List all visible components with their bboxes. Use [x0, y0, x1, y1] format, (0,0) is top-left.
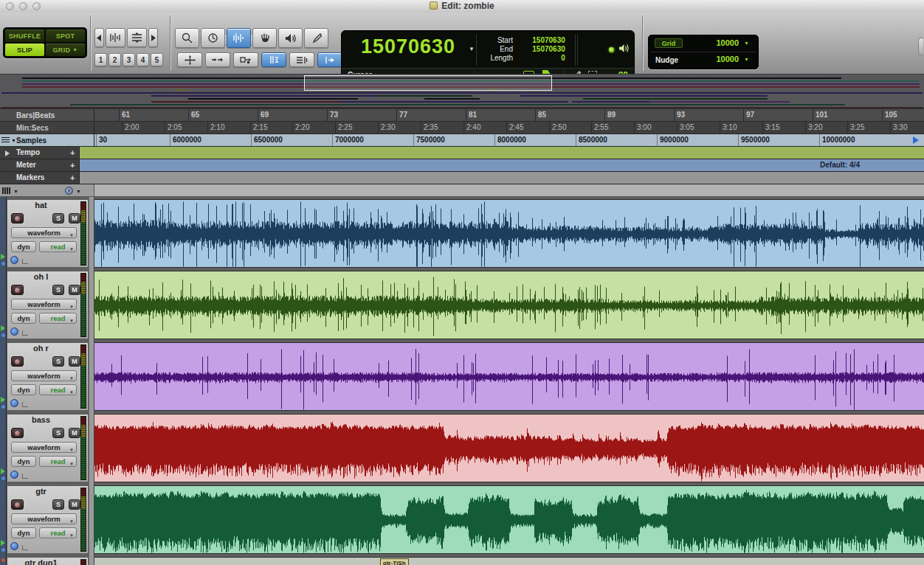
automation-mode-selector[interactable]: read▼ [39, 241, 77, 252]
waveform-lane[interactable] [94, 199, 924, 268]
mute-button[interactable]: M [69, 428, 80, 438]
meter-default-marker[interactable]: Default: 4/4 [766, 161, 914, 169]
record-enable-button[interactable] [11, 213, 24, 223]
track-view-selector[interactable]: waveform▼ [11, 513, 77, 524]
dyn-button[interactable]: dyn [11, 384, 36, 395]
timeline-scroll-arrow-icon[interactable] [913, 136, 923, 144]
ruler-samples[interactable]: 3060000006500000700000075000008000000850… [0, 134, 924, 147]
record-enable-button[interactable] [11, 428, 24, 438]
mute-button[interactable]: M [69, 213, 80, 223]
elastic-audio-icon[interactable] [22, 259, 28, 264]
record-enable-button[interactable] [11, 356, 24, 367]
ruler-bars-beats[interactable]: 61656973778185899397101105 Bars|Beats [0, 109, 924, 122]
automation-mode-selector[interactable]: read▼ [39, 527, 77, 538]
ruler-min-secs[interactable]: 2:002:052:102:152:202:252:302:352:402:45… [0, 122, 924, 134]
solo-button[interactable]: S [52, 285, 64, 295]
track-name[interactable]: oh r [10, 344, 72, 353]
zoom-preset-5-button[interactable]: 5 [151, 53, 163, 66]
tempo-label[interactable]: Tempo [0, 147, 79, 159]
mode-slip-button[interactable]: SLIP [5, 44, 44, 56]
dyn-button[interactable]: dyn [11, 313, 36, 324]
chevron-down-icon[interactable]: ▼ [13, 189, 18, 194]
zoom-preset-2-button[interactable]: 2 [108, 53, 121, 66]
grid-label[interactable]: Grid [655, 38, 683, 48]
solo-button[interactable]: S [52, 213, 64, 223]
length-value[interactable]: 0 [515, 53, 565, 63]
chevron-down-icon[interactable]: ▼ [11, 138, 16, 143]
track-list-icon[interactable] [2, 187, 11, 194]
chevron-down-icon[interactable]: ▼ [744, 41, 749, 46]
track-view-selector[interactable]: waveform▼ [11, 299, 77, 310]
track-name[interactable]: gtr dup1 [10, 558, 72, 565]
toolbar-collapse-nub[interactable] [918, 38, 923, 55]
waveform-lane[interactable] [94, 271, 924, 339]
markers-strip[interactable] [79, 172, 924, 184]
zoom-toggle-button[interactable] [177, 52, 202, 67]
solo-button[interactable]: S [52, 356, 64, 367]
add-marker-button[interactable]: + [70, 172, 75, 184]
automation-mode-selector[interactable]: read▼ [39, 456, 77, 467]
track-name[interactable]: bass [10, 415, 72, 424]
zoomer-tool-button[interactable] [175, 28, 199, 48]
zoom-out-arrow-button[interactable] [94, 28, 104, 47]
trimmer-tool-button[interactable] [201, 28, 225, 48]
solo-button[interactable]: S [52, 428, 64, 438]
timebase-icon[interactable] [10, 542, 18, 550]
bars-beats-ruler-label[interactable]: Bars|Beats [0, 109, 94, 121]
solo-button[interactable]: S [52, 499, 64, 510]
mute-button[interactable]: M [69, 499, 80, 510]
elastic-audio-icon[interactable] [22, 545, 28, 550]
universe-view[interactable] [0, 74, 924, 109]
mode-spot-button[interactable]: SPOT [46, 30, 85, 42]
automation-mode-selector[interactable]: read▼ [39, 384, 77, 395]
insertion-follows-playback-button[interactable] [317, 52, 342, 67]
link-timeline-edit-selection-button[interactable] [233, 52, 258, 67]
waveform-lane[interactable]: gtr-TiSh [94, 557, 924, 565]
track-view-selector[interactable]: waveform▼ [11, 370, 77, 381]
dyn-button[interactable]: dyn [11, 527, 36, 538]
zoom-preset-1-button[interactable]: 1 [94, 53, 107, 66]
scrubber-tool-button[interactable] [278, 28, 303, 48]
pencil-tool-button[interactable] [304, 28, 328, 48]
ruler-list-icon[interactable] [1, 137, 10, 144]
grabber-tool-button[interactable] [252, 28, 277, 48]
mode-grid-button[interactable]: GRID▼ [46, 44, 85, 56]
record-enable-button[interactable] [11, 499, 24, 510]
record-enable-button[interactable] [11, 285, 24, 295]
link-track-edit-selection-button[interactable] [261, 52, 286, 67]
chevron-down-icon[interactable]: ▼ [744, 57, 749, 62]
markers-label[interactable]: Markers [0, 172, 79, 184]
timebase-icon[interactable] [10, 471, 18, 479]
mute-button[interactable]: M [69, 356, 80, 367]
mirrored-midi-editing-button[interactable] [289, 52, 314, 67]
min-secs-ruler-label[interactable]: Min:Secs [0, 122, 94, 134]
track-height-zoom-button[interactable] [127, 28, 147, 47]
zoom-preset-4-button[interactable]: 4 [137, 53, 149, 66]
elastic-audio-icon[interactable] [22, 402, 28, 407]
automation-mode-selector[interactable]: read▼ [39, 313, 77, 324]
universe-selection[interactable] [304, 75, 552, 91]
track-name[interactable]: hat [10, 201, 72, 209]
zoom-in-arrow-button[interactable] [148, 28, 158, 47]
elastic-audio-icon[interactable] [22, 474, 28, 479]
track-view-selector[interactable]: waveform▼ [11, 442, 77, 453]
mute-button[interactable]: M [69, 285, 80, 295]
timebase-clock-icon[interactable] [65, 187, 73, 195]
waveform-lane[interactable] [94, 342, 924, 411]
timebase-icon[interactable] [10, 256, 18, 264]
meter-strip[interactable]: Default: 4/4 [79, 159, 924, 171]
elastic-audio-icon[interactable] [22, 330, 28, 336]
track-name[interactable]: oh l [10, 272, 72, 281]
waveform-lane[interactable] [94, 414, 924, 482]
nudge-value[interactable]: 10000 [716, 55, 739, 63]
main-counter-value[interactable]: 15070630 [361, 35, 455, 58]
add-tempo-event-button[interactable]: + [70, 147, 75, 159]
counter-dropdown-icon[interactable]: ▼ [469, 46, 475, 52]
dyn-button[interactable]: dyn [11, 241, 36, 252]
audio-zoom-button[interactable] [106, 28, 125, 47]
chevron-down-icon[interactable]: ▼ [76, 189, 81, 194]
waveform-lane[interactable] [94, 485, 924, 554]
add-meter-event-button[interactable]: + [70, 159, 75, 171]
meter-label[interactable]: Meter [0, 159, 79, 171]
selector-tool-button[interactable] [227, 28, 251, 48]
